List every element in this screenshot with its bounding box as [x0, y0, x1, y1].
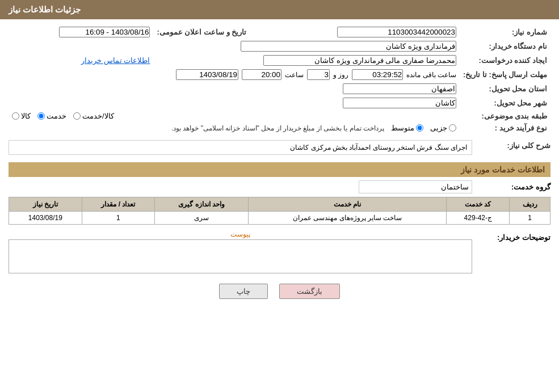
- city-label: شهر محل تحویل:: [460, 96, 550, 110]
- content-area: شماره نیاز: تاریخ و ساعت اعلان عمومی: نا…: [0, 19, 559, 310]
- purchase-type-jozi-option[interactable]: جزیی: [430, 124, 456, 132]
- category-kala-label: کالا: [21, 112, 31, 120]
- announcement-value-cell: [9, 25, 153, 39]
- category-kala-khedmat-radio[interactable]: [73, 112, 81, 120]
- print-button[interactable]: چاپ: [219, 284, 268, 299]
- buyer-org-label: نام دستگاه خریدار:: [460, 39, 550, 53]
- purchase-type-jozi-label: جزیی: [430, 124, 447, 132]
- purchase-type-row: نوع فرآیند خرید : جزیی متوسط پرداخت تمام…: [9, 122, 550, 134]
- buyer-notes-textarea[interactable]: [9, 239, 472, 273]
- contact-link[interactable]: اطلاعات تماس خریدار: [81, 56, 150, 65]
- category-label: طبقه بندی موضوعی:: [460, 110, 550, 122]
- category-row: طبقه بندی موضوعی: کالا خدمت کالا/خدمت: [9, 110, 550, 122]
- col-row: ردیف: [510, 197, 550, 212]
- deadline-row: مهلت ارسال پاسخ: تا تاریخ: ساعت باقی مان…: [9, 68, 550, 82]
- category-khedmat-radio[interactable]: [37, 112, 45, 120]
- need-number-row: شماره نیاز: تاریخ و ساعت اعلان عمومی:: [9, 25, 550, 39]
- deadline-date-input: [176, 69, 238, 80]
- category-khedmat-label: خدمت: [47, 112, 66, 120]
- page-wrapper: جزئیات اطلاعات نیاز شماره نیاز: تاریخ و …: [0, 0, 559, 392]
- city-input: [343, 98, 456, 108]
- description-section: شرح کلی نیاز: اجرای سنگ فرش استخر روستای…: [9, 138, 550, 157]
- buyer-org-value-cell: [9, 39, 460, 53]
- page-title: جزئیات اطلاعات نیاز: [9, 5, 81, 14]
- need-number-input: [337, 27, 456, 37]
- services-table-header-row: ردیف کد خدمت نام خدمت واحد اندازه گیری ت…: [9, 197, 550, 212]
- col-unit: واحد اندازه گیری: [155, 197, 249, 212]
- buyer-notes-box: پیوست: [9, 230, 472, 275]
- category-kala-radio[interactable]: [12, 112, 19, 120]
- description-label: شرح کلی نیاز:: [477, 138, 550, 150]
- category-khedmat-option[interactable]: خدمت: [37, 112, 66, 120]
- category-kala-option[interactable]: کالا: [12, 112, 31, 120]
- deadline-remaining-label: ساعت باقی مانده: [406, 71, 456, 79]
- creator-input: [263, 55, 456, 66]
- description-value: اجرای سنگ فرش استخر روستای احمدآباد بخش …: [9, 140, 472, 155]
- page-header: جزئیات اطلاعات نیاز: [0, 0, 559, 19]
- purchase-type-note: پرداخت تمام یا بخشی از مبلغ خریدار از مح…: [171, 124, 384, 132]
- col-qty: تعداد / مقدار: [82, 197, 155, 212]
- row-code: ج-42-429: [447, 212, 510, 225]
- purchase-type-label: نوع فرآیند خرید :: [460, 122, 550, 134]
- services-table: ردیف کد خدمت نام خدمت واحد اندازه گیری ت…: [9, 197, 550, 225]
- province-row: استان محل تحویل:: [9, 82, 550, 96]
- province-input: [343, 83, 456, 94]
- category-kala-khedmat-option[interactable]: کالا/خدمت: [73, 112, 114, 120]
- button-row: بازگشت چاپ: [9, 284, 550, 299]
- group-value: ساختمان: [359, 180, 472, 193]
- contact-link-cell[interactable]: اطلاعات تماس خریدار: [9, 53, 153, 68]
- col-name: نام خدمت: [248, 197, 446, 212]
- table-row: 1 ج-42-429 ساخت سایر پروژه‌های مهندسی عم…: [9, 212, 550, 225]
- province-label: استان محل تحویل:: [460, 82, 550, 96]
- row-service-name: ساخت سایر پروژه‌های مهندسی عمران: [248, 212, 446, 225]
- description-box: اجرای سنگ فرش استخر روستای احمدآباد بخش …: [9, 138, 472, 157]
- category-value-cell: کالا خدمت کالا/خدمت: [9, 110, 460, 122]
- purchase-type-jozi-radio[interactable]: [449, 124, 456, 132]
- services-table-head: ردیف کد خدمت نام خدمت واحد اندازه گیری ت…: [9, 197, 550, 212]
- city-row: شهر محل تحویل:: [9, 96, 550, 110]
- creator-row: ایجاد کننده درخواست: اطلاعات تماس خریدار: [9, 53, 550, 68]
- services-section-title: اطلاعات خدمات مورد نیاز: [9, 162, 550, 177]
- deadline-label: مهلت ارسال پاسخ: تا تاریخ:: [460, 68, 550, 82]
- purchase-type-mota-radio[interactable]: [416, 124, 423, 132]
- group-label: گروه خدمت:: [477, 183, 550, 191]
- row-date: 1403/08/19: [9, 212, 82, 225]
- province-value-cell: [9, 82, 460, 96]
- creator-label: ایجاد کننده درخواست:: [460, 53, 550, 68]
- deadline-time-input: [242, 69, 281, 80]
- need-number-value-cell: [272, 25, 460, 39]
- deadline-days-label: روز و: [333, 71, 348, 79]
- row-unit: سری: [155, 212, 249, 225]
- buyer-org-row: نام دستگاه خریدار:: [9, 39, 550, 53]
- announcement-label: تاریخ و ساعت اعلان عمومی:: [153, 25, 250, 39]
- row-quantity: 1: [82, 212, 155, 225]
- need-number-label: شماره نیاز:: [460, 25, 550, 39]
- purchase-type-mota-option[interactable]: متوسط: [391, 124, 423, 132]
- category-kala-khedmat-label: کالا/خدمت: [82, 112, 114, 120]
- purchase-type-cell: جزیی متوسط پرداخت تمام یا بخشی از مبلغ خ…: [9, 122, 460, 134]
- services-table-body: 1 ج-42-429 ساخت سایر پروژه‌های مهندسی عم…: [9, 212, 550, 225]
- creator-value-cell: [153, 53, 459, 68]
- main-info-table: شماره نیاز: تاریخ و ساعت اعلان عمومی: نا…: [9, 25, 550, 134]
- deadline-time-label: ساعت: [285, 71, 304, 79]
- group-row: گروه خدمت: ساختمان: [9, 180, 550, 193]
- deadline-remaining-input: [352, 69, 403, 80]
- attachment-label: پیوست: [9, 230, 472, 238]
- row-num: 1: [510, 212, 550, 225]
- buyer-notes-section: توضیحات خریدار: پیوست: [9, 230, 550, 275]
- col-code: کد خدمت: [447, 197, 510, 212]
- deadline-cells: ساعت باقی مانده روز و ساعت: [9, 68, 460, 82]
- buyer-org-input: [241, 41, 456, 52]
- col-date: تاریخ نیاز: [9, 197, 82, 212]
- buyer-notes-label: توضیحات خریدار:: [477, 230, 550, 242]
- deadline-days-input: [307, 69, 330, 80]
- city-value-cell: [9, 96, 460, 110]
- announcement-input: [59, 27, 150, 37]
- back-button[interactable]: بازگشت: [279, 284, 340, 299]
- purchase-type-mota-label: متوسط: [391, 124, 414, 132]
